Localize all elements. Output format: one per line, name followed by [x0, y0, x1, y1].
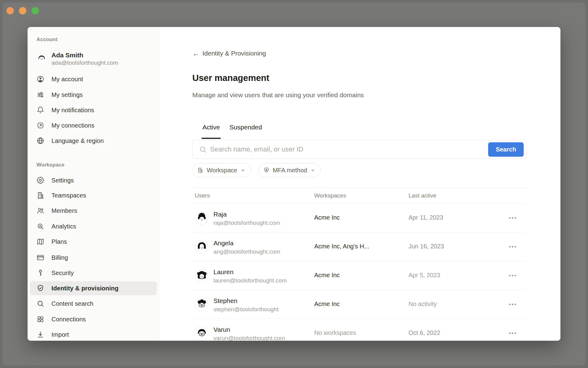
user-email: varun@toolsforthought.com: [213, 335, 285, 341]
table-header-row: Users Workspaces Last active: [192, 187, 527, 204]
workspace-filter-chip[interactable]: Workspace: [192, 163, 251, 177]
sidebar-item-label: Members: [51, 207, 77, 214]
user-last-active: Apr 5, 2023: [409, 272, 440, 279]
account-user-email: ada@toolsforthought.com: [51, 59, 118, 66]
sidebar-item-label: Plans: [51, 238, 67, 245]
sidebar-item-label: Import: [51, 331, 69, 338]
sidebar-item-label: Teamspaces: [51, 192, 86, 199]
user-name: Raja: [213, 211, 227, 218]
sidebar-item-label: Connections: [51, 316, 86, 323]
sidebar-item-security[interactable]: Security: [30, 266, 157, 280]
sidebar-item-my-account[interactable]: My account: [30, 72, 157, 86]
minimize-window-button[interactable]: [19, 7, 26, 14]
sidebar-item-identity-provisioning[interactable]: Identity & provisioning: [30, 281, 157, 295]
settings-sidebar: Account Ada Smith ada@toolsforthought.co…: [28, 27, 159, 341]
sidebar-item-content-search[interactable]: Content search: [30, 297, 157, 311]
user-workspaces: Acme Inc: [314, 214, 340, 221]
zoom-window-button[interactable]: [32, 7, 39, 14]
users-table: Users Workspaces Last active Raja raja@t…: [192, 187, 527, 341]
sidebar-item-my-notifications[interactable]: My notifications: [30, 103, 157, 117]
map-icon: [36, 238, 44, 246]
account-user-name: Ada Smith: [51, 52, 83, 59]
row-menu-button[interactable]: [507, 244, 518, 249]
user-last-active: Jun 16, 2023: [409, 243, 444, 250]
mfa-method-filter-chip[interactable]: MFA method: [258, 163, 321, 177]
search-button[interactable]: Search: [488, 142, 524, 157]
row-menu-button[interactable]: [507, 302, 518, 307]
mfa-method-filter-label: MFA method: [273, 167, 307, 174]
main-content: ← Identity & Provisioning User managemen…: [159, 27, 560, 341]
back-arrow-icon: ←: [192, 50, 199, 57]
sidebar-account-user[interactable]: Ada Smith ada@toolsforthought.com: [28, 53, 159, 69]
globe-icon: [36, 137, 44, 145]
sidebar-item-import[interactable]: Import: [30, 328, 157, 341]
sidebar-item-label: Content search: [51, 300, 93, 307]
download-icon: [36, 331, 44, 339]
user-name: Stephen: [213, 297, 237, 305]
building-icon: [36, 191, 44, 199]
person-circle-icon: [36, 75, 44, 83]
sidebar-item-billing[interactable]: Billing: [30, 251, 157, 265]
mfa-shield-lock-icon: [263, 167, 270, 173]
sidebar-item-label: Identity & provisioning: [51, 285, 119, 292]
sidebar-item-analytics[interactable]: Analytics: [30, 219, 157, 233]
search-icon: [199, 145, 207, 155]
sidebar-item-my-settings[interactable]: My settings: [30, 88, 157, 102]
user-workspaces: Acme Inc: [314, 272, 340, 279]
avatar: [195, 327, 208, 340]
sidebar-item-settings[interactable]: Settings: [30, 173, 157, 187]
user-email: lauren@toolsforthought.com: [213, 277, 287, 284]
row-menu-button[interactable]: [507, 215, 518, 220]
user-workspaces: Acme Inc: [314, 301, 340, 308]
avatar: [195, 211, 208, 225]
shield-check-icon: [36, 284, 44, 292]
sidebar-item-plans[interactable]: Plans: [30, 235, 157, 249]
workspace-filter-label: Workspace: [207, 167, 237, 174]
gear-icon: [36, 176, 44, 184]
sidebar-item-label: My account: [51, 76, 83, 83]
grid-icon: [36, 315, 44, 323]
chevron-down-icon: [311, 168, 315, 173]
user-last-active: Apr 11, 2023: [409, 214, 443, 221]
credit-card-icon: [36, 254, 44, 262]
user-name: Angela: [213, 240, 233, 247]
row-menu-button[interactable]: [507, 273, 518, 278]
user-last-active: Oct 6, 2022: [409, 329, 440, 336]
row-menu-button[interactable]: [507, 331, 518, 336]
sidebar-section-account: Account: [36, 36, 58, 43]
user-email: raja@toolsforthought.com: [213, 220, 280, 226]
search-input[interactable]: [210, 140, 480, 158]
people-icon: [36, 207, 44, 215]
sidebar-item-label: Language & region: [51, 137, 104, 144]
column-header-workspaces: Workspaces: [314, 192, 346, 199]
table-row: Stephen stephen@toolsforthought Acme Inc…: [192, 290, 527, 319]
table-row: Varun varun@toolsforthought.com No works…: [192, 319, 527, 341]
magnifier-icon: [36, 300, 44, 308]
sidebar-item-label: Analytics: [51, 223, 76, 230]
sidebar-item-members[interactable]: Members: [30, 204, 157, 218]
sidebar-item-connections[interactable]: Connections: [30, 312, 157, 326]
sliders-icon: [36, 91, 44, 99]
sidebar-section-workspace: Workspace: [36, 162, 64, 168]
tab-suspended[interactable]: Suspended: [229, 124, 262, 139]
close-window-button[interactable]: [6, 7, 14, 14]
back-link[interactable]: ← Identity & Provisioning: [192, 50, 266, 57]
user-email: stephen@toolsforthought: [213, 306, 279, 313]
arrow-out-box-icon: [36, 121, 44, 129]
settings-window: Account Ada Smith ada@toolsforthought.co…: [28, 27, 560, 341]
sidebar-item-language-region[interactable]: Language & region: [30, 134, 157, 148]
page-title: User management: [192, 73, 269, 83]
sidebar-item-label: My connections: [51, 122, 94, 129]
sidebar-item-label: Settings: [51, 177, 74, 184]
tab-active[interactable]: Active: [202, 124, 220, 139]
table-row: Lauren lauren@toolsforthought.com Acme I…: [192, 261, 527, 290]
user-workspaces: Acme Inc, Ang's H...: [314, 243, 369, 250]
avatar: [36, 53, 47, 65]
user-last-active: No activity: [409, 301, 437, 308]
avatar: [195, 269, 208, 282]
building-icon: [197, 167, 203, 173]
sidebar-item-my-connections[interactable]: My connections: [30, 118, 157, 132]
sidebar-item-label: My notifications: [51, 107, 94, 114]
sidebar-item-teamspaces[interactable]: Teamspaces: [30, 188, 157, 202]
back-link-label: Identity & Provisioning: [202, 50, 266, 57]
